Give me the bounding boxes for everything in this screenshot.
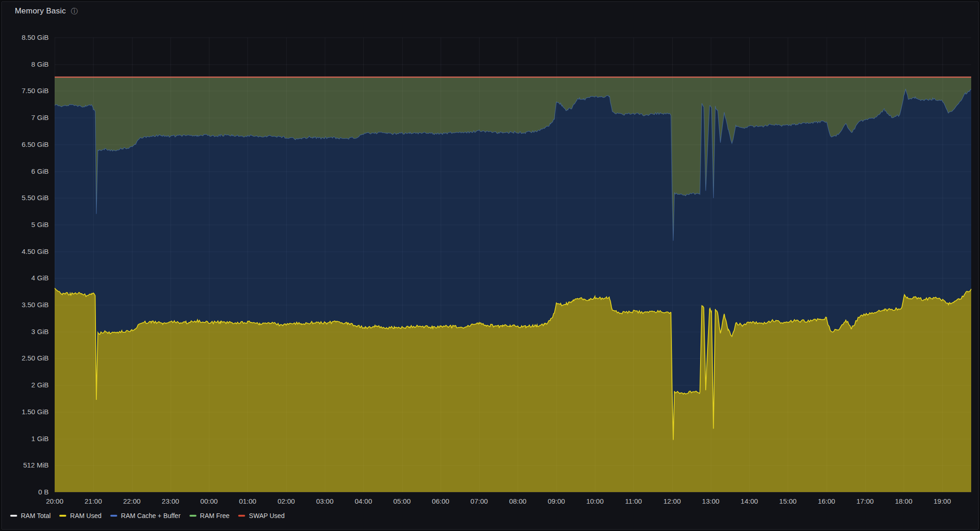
x-axis-label: 04:00 (346, 497, 380, 506)
x-axis-label: 16:00 (809, 497, 844, 506)
panel-title: Memory Basic (15, 6, 66, 16)
legend-label: RAM Cache + Buffer (121, 512, 181, 519)
legend-item-ram-cache-buffer[interactable]: RAM Cache + Buffer (110, 512, 181, 519)
x-axis-label: 12:00 (655, 497, 689, 506)
x-axis-label: 00:00 (192, 497, 226, 506)
legend-swatch (238, 515, 245, 517)
legend-swatch (110, 515, 117, 517)
x-axis-label: 23:00 (153, 497, 188, 506)
y-axis-label: 8 GiB (2, 60, 49, 69)
x-axis-label: 09:00 (539, 497, 574, 506)
panel-header[interactable]: Memory Basic ⓘ (15, 6, 78, 16)
x-axis-label: 08:00 (500, 497, 535, 506)
x-axis-label: 07:00 (462, 497, 496, 506)
legend-item-ram-used[interactable]: RAM Used (59, 512, 101, 519)
memory-basic-panel: Memory Basic ⓘ 0 B512 MiB1 GiB1.50 GiB2 … (1, 1, 979, 530)
x-axis-label: 03:00 (308, 497, 342, 506)
y-axis-label: 7.50 GiB (2, 87, 49, 95)
legend-item-ram-free[interactable]: RAM Free (190, 512, 230, 519)
y-axis-label: 4 GiB (2, 274, 49, 282)
memory-usage-chart[interactable] (2, 2, 979, 530)
x-axis-label: 05:00 (385, 497, 419, 506)
x-axis-label: 15:00 (771, 497, 805, 506)
legend-label: RAM Free (200, 512, 230, 519)
legend-swatch (10, 515, 17, 517)
x-axis-label: 19:00 (925, 497, 960, 506)
x-axis-label: 06:00 (424, 497, 458, 506)
x-axis-label: 02:00 (269, 497, 303, 506)
y-axis-label: 3.50 GiB (2, 301, 49, 309)
x-axis-label: 18:00 (886, 497, 921, 506)
legend-label: RAM Used (70, 512, 101, 519)
y-axis-label: 2.50 GiB (2, 354, 49, 362)
y-axis-label: 5 GiB (2, 221, 49, 229)
y-axis-label: 6.50 GiB (2, 140, 49, 149)
legend-item-swap-used[interactable]: SWAP Used (238, 512, 285, 519)
y-axis-label: 512 MiB (2, 461, 49, 469)
x-axis-label: 20:00 (38, 497, 72, 506)
x-axis-label: 14:00 (732, 497, 766, 506)
y-axis-label: 7 GiB (2, 114, 49, 122)
legend-label: RAM Total (21, 512, 51, 519)
info-icon[interactable]: ⓘ (71, 7, 78, 16)
x-axis-label: 22:00 (115, 497, 149, 506)
legend-swatch (59, 515, 66, 517)
legend-item-ram-total[interactable]: RAM Total (10, 512, 51, 519)
x-axis-label: 21:00 (76, 497, 110, 506)
legend: RAM TotalRAM UsedRAM Cache + BufferRAM F… (10, 512, 285, 519)
legend-swatch (190, 515, 196, 517)
y-axis-label: 5.50 GiB (2, 194, 49, 202)
y-axis-label: 1.50 GiB (2, 408, 49, 416)
y-axis-label: 6 GiB (2, 167, 49, 176)
x-axis-label: 11:00 (616, 497, 651, 506)
x-axis-label: 17:00 (848, 497, 882, 506)
y-axis-label: 1 GiB (2, 435, 49, 443)
x-axis-label: 13:00 (694, 497, 728, 506)
y-axis-label: 4.50 GiB (2, 247, 49, 256)
y-axis-label: 0 B (2, 488, 49, 496)
x-axis-label: 01:00 (230, 497, 265, 506)
y-axis-label: 8.50 GiB (2, 33, 49, 42)
y-axis-label: 2 GiB (2, 381, 49, 389)
legend-label: SWAP Used (249, 512, 285, 519)
x-axis-label: 10:00 (578, 497, 612, 506)
y-axis-label: 3 GiB (2, 328, 49, 336)
